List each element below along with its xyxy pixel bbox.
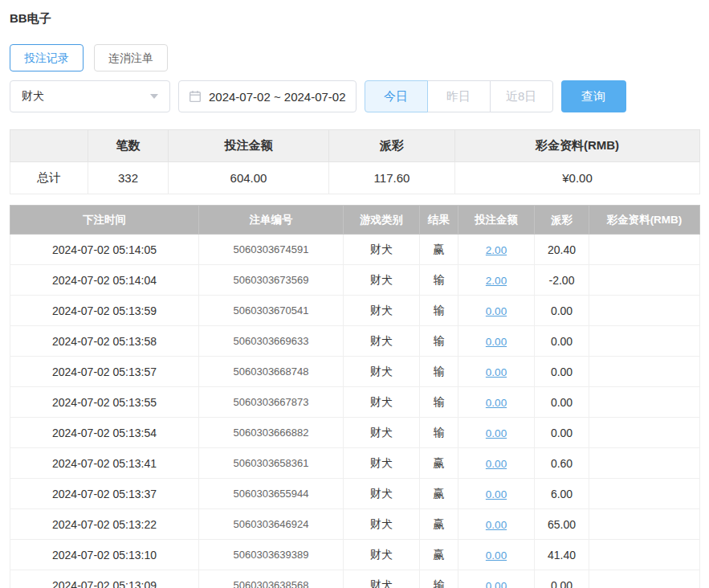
bet-time: 2024-07-02 05:13:57 [10, 357, 199, 387]
order-id: 5060303673569 [199, 265, 344, 296]
bonus-value [589, 326, 700, 357]
records-header-row: 下注时间 注单编号 游戏类别 结果 投注金额 派彩 彩金资料(RMB) [10, 206, 700, 235]
bet-time: 2024-07-02 05:13:22 [10, 509, 199, 540]
quick-btn-today[interactable]: 今日 [365, 80, 428, 112]
records-header-payout: 派彩 [535, 206, 589, 235]
quick-date-group: 今日 昨日 近8日 [365, 80, 553, 112]
summary-header-payout: 派彩 [329, 130, 455, 162]
game-type: 财犬 [344, 540, 420, 570]
game-type: 财犬 [344, 479, 420, 509]
search-button[interactable]: 查询 [561, 80, 626, 112]
table-row: 2024-07-02 05:13:57 5060303668748 财犬 输 0… [10, 357, 700, 387]
bet-time: 2024-07-02 05:13:37 [10, 479, 199, 509]
payout-value: 0.00 [535, 387, 589, 418]
bonus-value [589, 235, 700, 265]
result-value: 赢 [420, 448, 458, 479]
page-container: BB电子 投注记录 连消注单 财犬 2024-07-02 ~ 2024-07-0… [0, 0, 709, 588]
table-row: 2024-07-02 05:13:22 5060303646924 财犬 赢 0… [10, 509, 700, 540]
bet-time: 2024-07-02 05:13:54 [10, 418, 199, 448]
game-type: 财犬 [344, 326, 420, 357]
tab-bet-records[interactable]: 投注记录 [10, 44, 84, 71]
payout-value: 0.60 [535, 448, 589, 479]
table-row: 2024-07-02 05:13:09 5060303638568 财犬 输 0… [10, 570, 700, 588]
game-type: 财犬 [344, 448, 420, 479]
bet-amount-link[interactable]: 0.00 [486, 458, 507, 470]
bet-time: 2024-07-02 05:13:59 [10, 296, 199, 326]
order-id: 5060303670541 [199, 296, 344, 326]
game-type: 财犬 [344, 570, 420, 588]
order-id: 5060303666882 [199, 418, 344, 448]
bet-amount-cell: 0.00 [458, 296, 535, 326]
bet-amount-link[interactable]: 0.00 [486, 366, 507, 378]
payout-value: 20.40 [535, 235, 589, 265]
table-row: 2024-07-02 05:13:37 5060303655944 财犬 赢 0… [10, 479, 700, 509]
bet-amount-link[interactable]: 0.00 [486, 549, 507, 561]
records-header-time: 下注时间 [10, 206, 199, 235]
bet-amount-link[interactable]: 0.00 [486, 519, 507, 531]
summary-header-blank [10, 130, 88, 162]
bet-time: 2024-07-02 05:13:09 [10, 570, 199, 588]
payout-value: 0.00 [535, 357, 589, 387]
order-id: 5060303667873 [199, 387, 344, 418]
bet-time: 2024-07-02 05:13:41 [10, 448, 199, 479]
quick-btn-last8days[interactable]: 近8日 [490, 80, 553, 112]
result-value: 输 [420, 357, 458, 387]
summary-total-bonus: ¥0.00 [455, 162, 700, 194]
bonus-value [589, 479, 700, 509]
game-type: 财犬 [344, 296, 420, 326]
table-row: 2024-07-02 05:14:05 5060303674591 财犬 赢 2… [10, 235, 700, 265]
bet-time: 2024-07-02 05:13:55 [10, 387, 199, 418]
game-select[interactable]: 财犬 [10, 80, 170, 112]
bonus-value [589, 265, 700, 296]
bet-amount-link[interactable]: 2.00 [486, 275, 507, 287]
bet-amount-link[interactable]: 0.00 [486, 488, 507, 500]
order-id: 5060303655944 [199, 479, 344, 509]
tab-bar: 投注记录 连消注单 [10, 44, 699, 71]
payout-value: -2.00 [535, 265, 589, 296]
records-header-bet: 投注金额 [458, 206, 535, 235]
payout-value: 65.00 [535, 509, 589, 540]
quick-btn-yesterday[interactable]: 昨日 [427, 80, 491, 112]
result-value: 输 [420, 570, 458, 588]
payout-value: 0.00 [535, 418, 589, 448]
bonus-value [589, 540, 700, 570]
order-id: 5060303669633 [199, 326, 344, 357]
game-type: 财犬 [344, 387, 420, 418]
result-value: 输 [420, 296, 458, 326]
order-id: 5060303639389 [199, 540, 344, 570]
summary-header-bonus: 彩金资料(RMB) [455, 130, 700, 162]
bet-amount-cell: 0.00 [458, 387, 535, 418]
table-row: 2024-07-02 05:13:10 5060303639389 财犬 赢 0… [10, 540, 700, 570]
bet-amount-link[interactable]: 0.00 [486, 397, 507, 409]
summary-total-row: 总计 332 604.00 117.60 ¥0.00 [10, 162, 700, 194]
bet-amount-cell: 2.00 [458, 265, 535, 296]
tab-cancelled-orders[interactable]: 连消注单 [94, 44, 168, 71]
game-select-value: 财犬 [22, 89, 44, 104]
bet-amount-cell: 0.00 [458, 540, 535, 570]
summary-total-bet-amount: 604.00 [169, 162, 329, 194]
summary-header-count: 笔数 [88, 130, 169, 162]
result-value: 赢 [420, 509, 458, 540]
bonus-value [589, 357, 700, 387]
bet-amount-link[interactable]: 2.00 [486, 244, 507, 256]
payout-value: 6.00 [535, 479, 589, 509]
bet-amount-link[interactable]: 0.00 [486, 580, 507, 588]
bonus-value [589, 387, 700, 418]
bet-amount-link[interactable]: 0.00 [486, 305, 507, 317]
bet-amount-link[interactable]: 0.00 [486, 336, 507, 348]
bet-amount-cell: 0.00 [458, 448, 535, 479]
bet-time: 2024-07-02 05:14:04 [10, 265, 199, 296]
date-range-input[interactable]: 2024-07-02 ~ 2024-07-02 [178, 80, 357, 112]
payout-value: 0.00 [535, 296, 589, 326]
calendar-icon [189, 90, 202, 103]
result-value: 赢 [420, 235, 458, 265]
summary-total-count: 332 [88, 162, 169, 194]
table-row: 2024-07-02 05:13:58 5060303669633 财犬 输 0… [10, 326, 700, 357]
bonus-value [589, 296, 700, 326]
result-value: 输 [420, 387, 458, 418]
bonus-value [589, 418, 700, 448]
order-id: 5060303646924 [199, 509, 344, 540]
result-value: 输 [420, 418, 458, 448]
result-value: 输 [420, 265, 458, 296]
bet-amount-link[interactable]: 0.00 [486, 427, 507, 439]
